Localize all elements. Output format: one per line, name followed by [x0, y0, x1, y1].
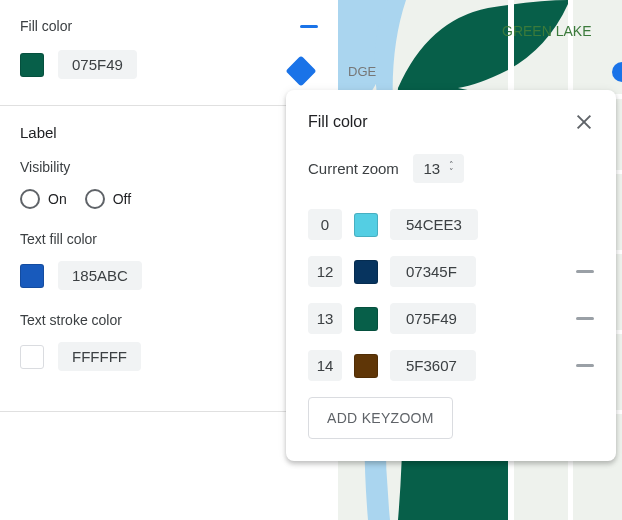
close-icon[interactable]: [574, 112, 594, 132]
remove-keyzoom-icon[interactable]: [576, 364, 594, 367]
popover-title: Fill color: [308, 113, 368, 131]
fill-color-label: Fill color: [20, 18, 72, 34]
keyzoom-swatch[interactable]: [354, 213, 378, 237]
label-section-title: Label: [20, 124, 318, 141]
keyzoom-hex-input[interactable]: 54CEE3: [390, 209, 478, 240]
visibility-off-label: Off: [113, 191, 131, 207]
keyzoom-hex-input[interactable]: 5F3607: [390, 350, 476, 381]
keyzoom-swatch[interactable]: [354, 354, 378, 378]
text-stroke-hex-input[interactable]: FFFFFF: [58, 342, 141, 371]
map-label-greenlake: GREEN LAKE: [502, 23, 591, 39]
visibility-radio-group: On Off: [20, 189, 318, 209]
text-stroke-swatch[interactable]: [20, 345, 44, 369]
remove-keyzoom-icon[interactable]: [576, 270, 594, 273]
remove-keyzoom-icon[interactable]: [576, 317, 594, 320]
add-keyzoom-button[interactable]: ADD KEYZOOM: [308, 397, 453, 439]
keyzoom-zoom-input[interactable]: 14: [308, 350, 342, 381]
keyzoom-zoom-input[interactable]: 12: [308, 256, 342, 287]
visibility-label: Visibility: [20, 159, 318, 175]
keyzoom-zoom-input[interactable]: 13: [308, 303, 342, 334]
fill-color-swatch[interactable]: [20, 53, 44, 77]
current-zoom-label: Current zoom: [308, 160, 399, 177]
text-fill-label: Text fill color: [20, 231, 318, 247]
radio-icon: [20, 189, 40, 209]
current-zoom-value: 13: [423, 160, 441, 177]
text-fill-swatch[interactable]: [20, 264, 44, 288]
map-label-dge: DGE: [348, 64, 377, 79]
text-fill-hex-input[interactable]: 185ABC: [58, 261, 142, 290]
fill-color-hex-input[interactable]: 075F49: [58, 50, 137, 79]
visibility-off-radio[interactable]: Off: [85, 189, 131, 209]
keyzoom-hex-input[interactable]: 07345F: [390, 256, 476, 287]
keyzoom-row: 145F3607: [308, 350, 594, 381]
collapse-icon[interactable]: [300, 25, 318, 28]
keyzoom-swatch[interactable]: [354, 260, 378, 284]
keyzoom-hex-input[interactable]: 075F49: [390, 303, 476, 334]
stepper-arrows-icon[interactable]: ˄˅: [449, 162, 454, 176]
current-zoom-stepper[interactable]: 13 ˄˅: [413, 154, 464, 183]
keyzoom-row: 1207345F: [308, 256, 594, 287]
keyzoom-zoom-input[interactable]: 0: [308, 209, 342, 240]
radio-icon: [85, 189, 105, 209]
text-stroke-label: Text stroke color: [20, 312, 318, 328]
fill-color-popover: Fill color Current zoom 13 ˄˅ 054CEE3120…: [286, 90, 616, 461]
keyzoom-row: 054CEE3: [308, 209, 594, 240]
keyzoom-row: 13075F49: [308, 303, 594, 334]
visibility-on-label: On: [48, 191, 67, 207]
keyzoom-swatch[interactable]: [354, 307, 378, 331]
visibility-on-radio[interactable]: On: [20, 189, 67, 209]
